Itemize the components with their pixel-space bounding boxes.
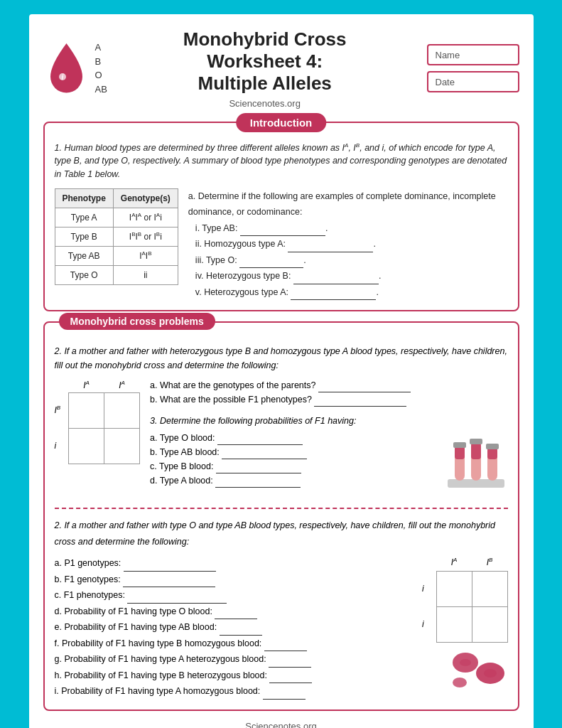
name-box[interactable]: Name [427,44,519,65]
q-prob-ab: e. Probability of F1 having type AB bloo… [55,619,413,636]
phenotype-table-wrapper: Phenotype Genotype(s) Type A IAIA or IAi… [55,188,178,301]
intro-section: Introduction 1. Human blood types are de… [43,122,519,312]
problem2-text: 2. If a mother and father with type O an… [55,518,508,550]
q-homozygous-a: ii. Homozygous type A: . [195,236,508,252]
problem1-row: IA IA IB i [55,378,508,499]
prob-questions: a. Type O blood: b. Type AB blood: c. Ty… [150,431,307,499]
website-subtitle: Sciencenotes.org [114,98,416,109]
test-tubes-decoration [444,431,508,499]
intro-header: Introduction [236,113,326,132]
page-footer: Sciencenotes.org [43,721,519,728]
blood-type-ab: AB [95,82,107,97]
q-prob-a-hetero: g. Probability of F1 having type A heter… [55,651,413,668]
table-header-phenotype: Phenotype [55,188,113,208]
blood-type-a: A [95,41,107,55]
q-type-a-blood: d. Type A blood: [150,473,307,488]
q-genotypes-parents: a. What are the genotypes of the parents… [150,378,508,392]
monohybrid-header: Monohybrid cross problems [59,313,215,330]
svg-point-15 [484,669,497,678]
problem1-questions: a. What are the genotypes of the parents… [150,378,508,499]
phenotype-b: Type B [55,227,113,246]
date-box[interactable]: Date [427,71,519,92]
blood-cells-icon [451,648,508,691]
table-header-genotype: Genotype(s) [113,188,178,208]
q-type-ab: i. Type AB: . [195,220,508,237]
punnett2-area: IA IB i i [422,555,508,700]
q-type-o-blood: a. Type O blood: [150,431,307,445]
svg-rect-8 [470,439,482,444]
q-prob-a-homo: i. Probability of F1 having type A homoz… [55,683,413,700]
problem2-questions: a. P1 genotypes: b. F1 genotypes: c. F1 … [55,555,413,700]
table-row: Type B IBIB or IBi [55,227,178,246]
footer-website: Sciencenotes.org [245,721,316,728]
blood-type-o: O [95,68,107,82]
problem2-block: 2. If a mother and father with type O an… [55,508,508,700]
genotype-a: IAIA or IAi [113,208,178,227]
q-type-o: iii. Type O: . [195,252,508,269]
svg-point-13 [460,659,471,666]
page-header: i A B O AB Monohybrid Cross Worksheet 4:… [43,28,519,109]
q-type-b-blood: c. Type B blood: [150,459,307,473]
title-block: Monohybrid Cross Worksheet 4: Multiple A… [114,28,416,109]
svg-point-16 [453,678,467,687]
phenotype-ab: Type AB [55,246,113,265]
phenotype-table: Phenotype Genotype(s) Type A IAIA or IAi… [55,188,178,285]
q-f1-phenotypes2: c. F1 phenotypes: [55,587,413,604]
blood-type-b: B [95,55,107,69]
blood-cells-decoration [451,648,508,691]
punnett1-table: IA IA IB i [55,378,141,464]
logo-drop-icon: i [43,40,90,97]
svg-rect-5 [453,442,466,448]
svg-rect-11 [486,444,499,449]
punnett1-wrapper: IA IA IB i [55,378,141,499]
problem1-text: 2. If a mother and father with heterozyg… [55,344,508,373]
genotype-o: ii [113,265,178,284]
name-date-block: Name Date [427,44,519,92]
genotype-ab: IAIB [113,246,178,265]
q-prob-o: d. Probability of F1 having type O blood… [55,604,413,620]
intro-content: 1. Human blood types are determined by t… [55,141,508,301]
svg-text:i: i [61,73,63,81]
test-tubes-icon [444,431,508,495]
mono-content: 2. If a mother and father with heterozyg… [55,344,508,700]
q-prob-b-homo: f. Probability of F1 having type B homoz… [55,636,413,652]
intro-body: Phenotype Genotype(s) Type A IAIA or IAi… [55,188,508,301]
table-row: Type A IAIA or IAi [55,208,178,227]
table-row: Type O ii [55,265,178,284]
genotype-b: IBIB or IBi [113,227,178,246]
q-heterozygous-b: iv. Heterozygous type B: . [195,268,508,284]
punnett2-table: IA IB i i [422,555,508,643]
problem1b-text: 3. Determine the following probabilities… [150,414,508,428]
worksheet-title: Monohybrid Cross Worksheet 4: Multiple A… [114,28,416,95]
phenotype-a: Type A [55,208,113,227]
q-p1-genotypes: a. P1 genotypes: [55,555,413,572]
intro-paragraph: 1. Human blood types are determined by t… [55,141,508,181]
q-prob-b-hetero: h. Probability of F1 having type B heter… [55,668,413,684]
worksheet-page: i A B O AB Monohybrid Cross Worksheet 4:… [29,14,534,728]
dominance-questions: a. Determine if the following are exampl… [188,188,508,301]
q-f1-phenotypes: b. What are the possible F1 phenotypes? [150,392,508,407]
prob-questions-row: a. Type O blood: b. Type AB blood: c. Ty… [150,431,508,499]
monohybrid-section: Monohybrid cross problems 2. If a mother… [43,321,519,711]
blood-type-labels: A B O AB [95,41,107,96]
q-heterozygous-a: v. Heterozygous type A: . [195,284,508,301]
q-f1-genotypes: b. F1 genotypes: [55,572,413,588]
problem2-inner: a. P1 genotypes: b. F1 genotypes: c. F1 … [55,555,508,700]
dominance-header: a. Determine if the following are exampl… [188,188,508,220]
q-type-ab-blood: b. Type AB blood: [150,445,307,459]
phenotype-o: Type O [55,265,113,284]
table-row: Type AB IAIB [55,246,178,265]
